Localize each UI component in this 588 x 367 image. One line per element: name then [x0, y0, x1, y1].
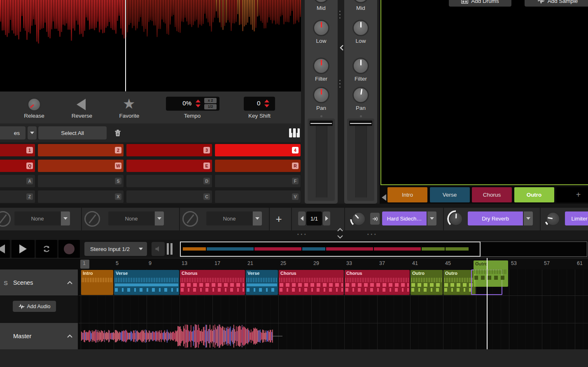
keyshift-down-arrow[interactable] — [264, 105, 269, 107]
master-collapse-button[interactable] — [67, 334, 73, 338]
tempo-value-box[interactable]: 0% x 2 1/2 — [166, 97, 219, 111]
fx-slot-3-dropdown-arrow[interactable] — [253, 211, 262, 225]
clip-chorus-bar25[interactable]: Chorus — [279, 270, 344, 295]
sidechain-routing-button[interactable] — [370, 213, 380, 225]
bank-dropdown-arrow[interactable] — [28, 126, 37, 139]
fx-slot-1-knob[interactable] — [0, 211, 11, 227]
reverse-button[interactable] — [77, 99, 86, 110]
scene-tab-outro[interactable]: Outro — [514, 187, 554, 202]
fx-slot-3-knob[interactable] — [182, 211, 198, 227]
loop-button[interactable] — [36, 240, 57, 258]
fx-page-prev-button[interactable] — [298, 211, 306, 225]
pad-Z[interactable]: Z — [0, 190, 35, 203]
keyboard-mode-button[interactable] — [289, 128, 300, 137]
pad-F[interactable]: F — [215, 175, 301, 187]
tempo-up-arrow[interactable] — [196, 100, 201, 102]
fx-slot-2-select[interactable]: None — [108, 211, 154, 225]
channel-2-low-knob[interactable] — [352, 20, 369, 36]
channel-1-pan-knob[interactable] — [313, 87, 329, 103]
mixer-collapse-button[interactable] — [339, 44, 344, 51]
pad-V[interactable]: V — [215, 190, 301, 203]
add-drums-button[interactable]: Add Drums — [449, 0, 511, 7]
drag-handle-dots[interactable]: ••• — [367, 232, 378, 237]
pad-1[interactable]: 1 — [0, 144, 35, 156]
scene-grid-area[interactable] — [380, 0, 588, 185]
tempo-double-button[interactable]: x 2 — [204, 98, 217, 103]
channel-1-mid-knob[interactable] — [313, 0, 329, 3]
channel-1-fader-handle[interactable] — [310, 121, 333, 126]
deck-waveform-display[interactable] — [0, 0, 301, 91]
master-fx-2-knob[interactable] — [447, 210, 464, 228]
channel-1-filter-knob[interactable] — [313, 58, 329, 74]
fx-slot-2-knob[interactable] — [84, 211, 100, 227]
dragging-clip-outro[interactable]: Outro — [474, 260, 508, 287]
arrangement-grid[interactable]: IntroVerseChorusVerseChorusChorusOutroOu… — [79, 269, 588, 349]
play-button[interactable] — [12, 240, 35, 258]
clip-chorus-bar33[interactable]: Chorus — [345, 270, 410, 295]
master-fx-2-dropdown-arrow[interactable] — [524, 211, 533, 225]
keyshift-up-arrow[interactable] — [264, 100, 269, 102]
tempo-down-arrow[interactable] — [196, 105, 201, 107]
pad-E[interactable]: E — [126, 160, 212, 172]
clip-intro-bar1[interactable]: Intro — [81, 270, 113, 295]
fx-slot-1-dropdown-arrow[interactable] — [61, 211, 70, 225]
pad-R[interactable]: R — [215, 160, 301, 172]
monitor-button[interactable] — [152, 242, 165, 256]
scenes-collapse-button[interactable] — [67, 281, 73, 284]
clip-chorus-bar13[interactable]: Chorus — [180, 270, 245, 295]
add-sample-button[interactable]: Add Sample — [525, 0, 588, 7]
clip-verse-bar21[interactable]: Verse — [246, 270, 278, 295]
master-fx-3-name-button[interactable]: Limiter — [565, 211, 588, 225]
clip-outro-bar41[interactable]: Outro — [411, 270, 443, 295]
fx-page-next-button[interactable] — [323, 211, 330, 225]
release-knob[interactable] — [27, 98, 41, 111]
arrangement-minimap[interactable] — [180, 242, 587, 257]
scene-tab-verse[interactable]: Verse — [430, 187, 470, 202]
expand-up-button[interactable] — [337, 228, 343, 232]
favorite-star-icon[interactable]: ★ — [123, 97, 135, 111]
pad-3[interactable]: 3 — [126, 144, 212, 156]
master-fx-3-knob[interactable] — [544, 210, 562, 228]
channel-1-volume-fader[interactable] — [308, 118, 335, 201]
scene-tab-chorus[interactable]: Chorus — [472, 187, 512, 202]
add-audio-button[interactable]: Add Audio — [13, 301, 56, 312]
collapse-down-button[interactable] — [337, 235, 343, 239]
select-all-button[interactable]: Select All — [38, 126, 107, 139]
go-to-start-button[interactable] — [0, 240, 10, 258]
pad-D[interactable]: D — [126, 175, 212, 187]
master-track-header[interactable]: Master — [0, 323, 79, 349]
pad-S[interactable]: S — [38, 175, 124, 187]
channel-2-fader-handle[interactable] — [349, 121, 372, 126]
fx-slot-1-select[interactable]: None — [14, 211, 61, 225]
record-button[interactable] — [58, 240, 80, 258]
add-fx-button[interactable]: + — [273, 214, 285, 225]
master-fx-1-dropdown-arrow[interactable] — [427, 211, 436, 225]
minimap-view-window[interactable] — [180, 242, 481, 257]
pad-4[interactable]: 4 — [215, 144, 301, 156]
drag-handle-dots[interactable]: ••• — [297, 232, 308, 237]
scenes-track-header[interactable]: S Scenes — [0, 269, 79, 295]
keyshift-value-box[interactable]: 0 — [244, 97, 275, 111]
master-fx-2-name-button[interactable]: Dry Reverb — [468, 211, 523, 225]
fx-slot-3-select[interactable]: None — [206, 211, 252, 225]
clip-verse-bar5[interactable]: Verse — [114, 270, 179, 295]
channel-1-low-knob[interactable] — [313, 20, 329, 36]
channel-2-pan-knob[interactable] — [352, 87, 369, 103]
tempo-half-button[interactable]: 1/2 — [204, 104, 217, 109]
scene-tab-add[interactable]: + — [556, 187, 588, 202]
pad-A[interactable]: A — [0, 175, 35, 187]
pad-Q[interactable]: Q — [0, 160, 35, 172]
input-source-select[interactable]: Stereo Input 1/2 — [84, 242, 147, 256]
pad-C[interactable]: C — [126, 190, 212, 203]
delete-button[interactable] — [111, 126, 125, 139]
channel-2-volume-fader[interactable] — [347, 118, 374, 201]
channel-2-mid-knob[interactable] — [352, 0, 369, 3]
pad-2[interactable]: 2 — [38, 144, 124, 156]
master-fx-1-knob[interactable] — [350, 210, 367, 228]
pad-X[interactable]: X — [38, 190, 124, 203]
bank-select-dropdown[interactable]: es — [0, 126, 26, 139]
fx-slot-2-dropdown-arrow[interactable] — [155, 211, 164, 225]
channel-2-filter-knob[interactable] — [352, 58, 369, 74]
pad-W[interactable]: W — [38, 160, 124, 172]
master-fx-1-name-button[interactable]: Hard Sidech… — [382, 211, 427, 225]
